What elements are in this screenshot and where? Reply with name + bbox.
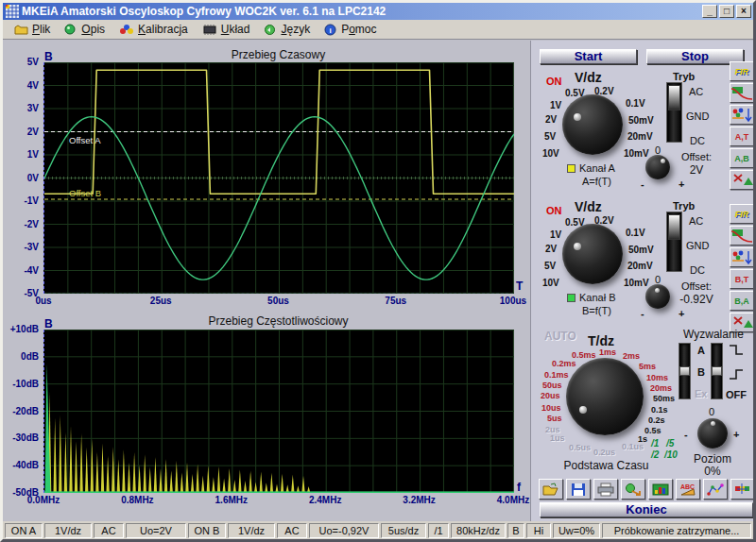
y-tick-label: 3V bbox=[7, 103, 39, 113]
y-tick-label: -1V bbox=[7, 195, 39, 206]
panel-toolbar: ABC Koniec bbox=[531, 41, 753, 521]
svg-text:i: i bbox=[330, 25, 332, 34]
freq-axis-label: f bbox=[517, 481, 521, 494]
status-on-b: ON B bbox=[188, 523, 226, 538]
print-button[interactable] bbox=[593, 479, 618, 500]
close-button[interactable]: × bbox=[736, 5, 751, 18]
x-tick-label: 50us bbox=[255, 296, 302, 306]
x-tick-label: 0.0MHz bbox=[19, 495, 68, 505]
titlebar[interactable]: MKEiA Amatorski Oscyloskop Cyfrowy WOC2K… bbox=[3, 3, 753, 20]
svg-text:Offset A: Offset A bbox=[69, 135, 101, 145]
control-panel: Start Stop ON V/dz 0.5V 0.2V 1V 0.1V 2V … bbox=[530, 41, 753, 521]
app-icon bbox=[6, 5, 19, 18]
open-file-button[interactable] bbox=[539, 479, 563, 500]
menu-kalibracja[interactable]: Kalibracja bbox=[113, 21, 197, 38]
status-divider: /1 bbox=[428, 523, 449, 538]
language-icon bbox=[264, 24, 277, 36]
measure-button[interactable]: ABC bbox=[676, 479, 700, 500]
display-settings-button[interactable] bbox=[648, 479, 673, 500]
minimize-button[interactable]: _ bbox=[702, 5, 717, 18]
status-message: Próbkowanie zatrzymane... bbox=[602, 523, 751, 538]
menubar: Plik Opis Kalibracja Układ Język i Pomoc bbox=[3, 20, 753, 40]
x-tick-label: 1.6MHz bbox=[207, 495, 256, 505]
time-waveforms: Offset AOffset B bbox=[44, 62, 514, 294]
save-button[interactable] bbox=[566, 479, 591, 500]
printer-icon bbox=[597, 483, 614, 497]
chip-icon bbox=[202, 24, 217, 36]
status-vdz-a: 1V/dz bbox=[44, 523, 92, 538]
y-tick-label: -3V bbox=[7, 242, 39, 252]
client-area: Przebieg Czasowy B Offset AOffset B T Pr… bbox=[3, 41, 753, 521]
freq-chart-title: Przebieg Częstotliwościowy bbox=[43, 314, 513, 328]
y-tick-label: -40dB bbox=[3, 460, 39, 470]
x-tick-label: 0.8MHz bbox=[112, 495, 162, 505]
folder-icon bbox=[14, 24, 28, 36]
y-tick-label: 5V bbox=[7, 57, 39, 67]
freq-chart-plot bbox=[43, 330, 513, 493]
menu-pomoc[interactable]: i Pomoc bbox=[318, 21, 385, 38]
y-tick-label: 4V bbox=[7, 80, 39, 91]
status-freq-scale: 80kHz/dz bbox=[451, 523, 506, 538]
menu-plik[interactable]: Plik bbox=[9, 21, 59, 38]
export-icon bbox=[625, 483, 642, 497]
svg-text:ABC: ABC bbox=[680, 483, 695, 490]
y-tick-label: -2V bbox=[7, 219, 39, 229]
time-chart-title: Przebieg Czasowy bbox=[43, 48, 513, 61]
y-tick-label: -30dB bbox=[3, 432, 39, 443]
y-tick-label: 0V bbox=[7, 173, 39, 183]
x-tick-label: 3.2MHz bbox=[395, 495, 444, 505]
status-timebase: 5us/dz bbox=[381, 523, 426, 538]
status-trigger-edge: Hi bbox=[526, 523, 551, 538]
y-tick-label: +10dB bbox=[3, 324, 39, 334]
status-offset-b: Uo=-0,92V bbox=[309, 523, 379, 538]
y-tick-label: 1V bbox=[7, 149, 39, 160]
status-offset-a: Uo=2V bbox=[126, 523, 186, 538]
window-title: MKEiA Amatorski Oscyloskop Cyfrowy WOC2K… bbox=[22, 5, 700, 18]
status-coupling-b: AC bbox=[277, 523, 307, 538]
charts-column: Przebieg Czasowy B Offset AOffset B T Pr… bbox=[3, 41, 530, 521]
status-vdz-b: 1V/dz bbox=[228, 523, 275, 538]
y-tick-label: 0dB bbox=[3, 351, 39, 362]
menu-jezyk[interactable]: Język bbox=[258, 21, 318, 38]
y-tick-label: 2V bbox=[7, 127, 39, 137]
palette-icon bbox=[734, 483, 751, 497]
description-icon bbox=[64, 24, 77, 36]
x-tick-label: 25us bbox=[137, 296, 184, 306]
x-tick-label: 75us bbox=[372, 296, 420, 306]
calibration-icon bbox=[119, 24, 134, 36]
time-chart-channel-label: B bbox=[44, 50, 53, 63]
x-tick-label: 0us bbox=[20, 296, 67, 306]
colors-button[interactable] bbox=[730, 479, 755, 500]
maximize-button[interactable]: □ bbox=[719, 5, 734, 18]
time-axis-label: T bbox=[516, 279, 523, 293]
ruler-icon: ABC bbox=[679, 483, 696, 497]
status-coupling-a: AC bbox=[94, 523, 124, 538]
export-button[interactable] bbox=[621, 479, 645, 500]
floppy-icon bbox=[571, 483, 586, 497]
status-trigger-source: B bbox=[507, 523, 524, 538]
time-chart-plot: Offset AOffset B bbox=[43, 62, 513, 294]
menu-opis[interactable]: Opis bbox=[59, 21, 113, 38]
graph-nodes-icon bbox=[707, 483, 724, 497]
koniec-button[interactable]: Koniec bbox=[540, 502, 753, 517]
status-on-a: ON A bbox=[5, 523, 43, 538]
y-tick-label: -4V bbox=[7, 265, 39, 276]
freq-spectrum bbox=[44, 330, 514, 493]
open-folder-icon bbox=[542, 483, 559, 497]
graph-config-button[interactable] bbox=[703, 479, 728, 500]
y-tick-label: -20dB bbox=[3, 406, 39, 416]
menu-uklad[interactable]: Układ bbox=[197, 21, 259, 38]
statusbar: ON A 1V/dz AC Uo=2V ON B 1V/dz AC Uo=-0,… bbox=[3, 521, 753, 539]
display-icon bbox=[652, 483, 669, 497]
y-tick-label: -10dB bbox=[3, 379, 39, 389]
status-trigger-level: Uw=0% bbox=[553, 523, 600, 538]
help-icon: i bbox=[324, 24, 337, 36]
freq-chart-channel-label: B bbox=[44, 317, 53, 330]
x-tick-label: 2.4MHz bbox=[301, 495, 350, 505]
app-window: MKEiA Amatorski Oscyloskop Cyfrowy WOC2K… bbox=[0, 0, 756, 542]
